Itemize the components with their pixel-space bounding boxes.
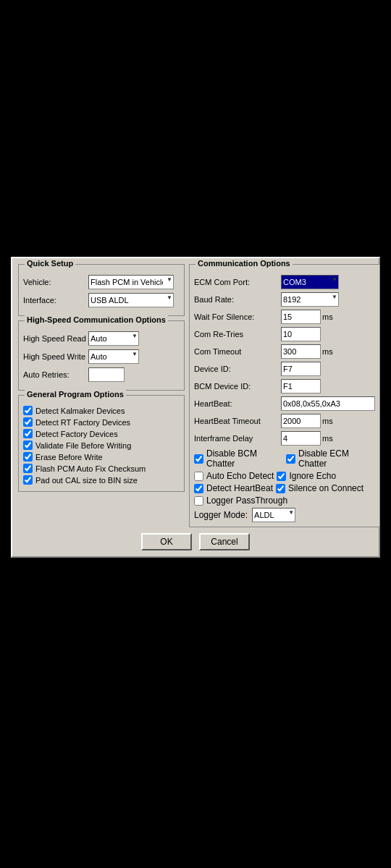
baud-rate-wrapper: 8192 xyxy=(281,292,339,307)
bcm-device-id-label: BCM Device ID: xyxy=(194,382,281,391)
detect-rt-checkbox[interactable] xyxy=(23,417,33,427)
heartbeat-timeout-unit: ms xyxy=(322,417,333,425)
high-speed-read-select[interactable]: Auto xyxy=(88,331,139,346)
right-panel: Communication Options ECM Com Port: COM3… xyxy=(189,264,380,527)
logger-passthrough-checkbox[interactable] xyxy=(194,496,203,506)
wait-for-silence-unit: ms xyxy=(322,312,333,321)
ecm-com-port-label: ECM Com Port: xyxy=(194,278,281,286)
vehicle-select[interactable]: Flash PCM in Vehicle xyxy=(88,275,174,289)
silence-on-connect-label: Silence on Connect xyxy=(288,483,363,493)
interface-label: Interface: xyxy=(23,296,88,305)
high-speed-write-wrapper: Auto xyxy=(88,349,139,364)
ok-button[interactable]: OK xyxy=(141,533,192,550)
ecm-com-port-select[interactable]: COM3 xyxy=(281,275,339,289)
bcm-device-id-input[interactable] xyxy=(281,379,321,393)
silence-on-connect-checkbox[interactable] xyxy=(276,484,285,493)
check-validate: Validate File Before Writing xyxy=(23,441,180,450)
vehicle-row: Vehicle: Flash PCM in Vehicle xyxy=(23,275,180,289)
validate-checkbox[interactable] xyxy=(23,441,33,450)
interframe-delay-input[interactable] xyxy=(281,431,321,446)
check-detect-rt: Detect RT Factory Devices xyxy=(23,417,180,427)
high-speed-write-row: High Speed Write Auto xyxy=(23,349,180,364)
com-timeout-unit: ms xyxy=(322,347,333,356)
detect-kalmaker-checkbox[interactable] xyxy=(23,406,33,415)
vehicle-select-wrapper: Flash PCM in Vehicle xyxy=(88,275,174,289)
disable-ecm-chatter-checkbox[interactable] xyxy=(286,454,295,464)
logger-mode-select[interactable]: ALDL xyxy=(252,508,295,522)
pad-out-label: Pad out CAL size to BIN size xyxy=(35,476,138,485)
heartbeat-label: HeartBeat: xyxy=(194,399,281,408)
disable-bcm-chatter-checkbox[interactable] xyxy=(194,454,203,464)
high-speed-group: High-Speed Communication Options High Sp… xyxy=(18,320,185,391)
logger-mode-row: Logger Mode: ALDL xyxy=(194,508,375,522)
detect-rt-label: Detect RT Factory Devices xyxy=(35,418,130,427)
high-speed-read-wrapper: Auto xyxy=(88,331,139,346)
quick-setup-group: Quick Setup Vehicle: Flash PCM in Vehicl… xyxy=(18,264,185,316)
flash-pcm-label: Flash PCM Auto Fix Checksum xyxy=(35,464,146,473)
high-speed-title: High-Speed Communication Options xyxy=(25,315,168,324)
device-id-label: Device ID: xyxy=(194,365,281,373)
auto-retries-row: Auto Retries: 5 xyxy=(23,367,180,382)
com-timeout-label: Com Timeout xyxy=(194,347,281,356)
ecm-com-port-row: ECM Com Port: COM3 xyxy=(194,275,375,289)
heartbeat-options-row: Detect HeartBeat Silence on Connect xyxy=(194,483,375,493)
auto-retries-label: Auto Retries: xyxy=(23,370,88,379)
disable-bcm-chatter-label: Disable BCM Chatter xyxy=(206,448,283,469)
main-dialog: Quick Setup Vehicle: Flash PCM in Vehicl… xyxy=(11,257,380,558)
high-speed-write-select[interactable]: Auto xyxy=(88,349,139,364)
detect-factory-checkbox[interactable] xyxy=(23,429,33,438)
wait-for-silence-input[interactable] xyxy=(281,310,321,324)
check-erase: Erase Before Write xyxy=(23,452,180,461)
interface-select[interactable]: USB ALDL xyxy=(88,293,174,307)
check-detect-factory: Detect Factory Devices xyxy=(23,429,180,438)
ignore-echo-checkbox[interactable] xyxy=(277,472,286,481)
heartbeat-timeout-input[interactable] xyxy=(281,414,321,428)
auto-echo-detect-checkbox[interactable] xyxy=(194,472,203,481)
com-retries-row: Com Re-Tries xyxy=(194,327,375,341)
heartbeat-row: HeartBeat: xyxy=(194,396,375,411)
detect-heartbeat-label: Detect HeartBeat xyxy=(206,483,273,493)
button-row: OK Cancel xyxy=(18,533,373,550)
echo-row: Auto Echo Detect Ignore Echo xyxy=(194,471,375,481)
cancel-button[interactable]: Cancel xyxy=(199,533,250,550)
auto-retries-input[interactable]: 5 xyxy=(88,367,125,382)
interframe-delay-label: Interframe Delay xyxy=(194,434,281,443)
check-flash-pcm: Flash PCM Auto Fix Checksum xyxy=(23,464,180,473)
detect-factory-label: Detect Factory Devices xyxy=(35,430,118,438)
device-id-row: Device ID: xyxy=(194,362,375,376)
auto-echo-detect-label: Auto Echo Detect xyxy=(206,471,274,481)
heartbeat-timeout-label: HeartBeat Timeout xyxy=(194,417,281,425)
flash-pcm-checkbox[interactable] xyxy=(23,464,33,473)
interface-select-wrapper: USB ALDL xyxy=(88,293,174,307)
vehicle-label: Vehicle: xyxy=(23,278,88,286)
device-id-input[interactable] xyxy=(281,362,321,376)
high-speed-read-row: High Speed Read Auto xyxy=(23,331,180,346)
ecm-com-port-wrapper: COM3 xyxy=(281,275,339,289)
pad-out-checkbox[interactable] xyxy=(23,475,33,485)
detect-heartbeat-checkbox[interactable] xyxy=(194,484,203,493)
baud-rate-select[interactable]: 8192 xyxy=(281,292,339,307)
heartbeat-timeout-row: HeartBeat Timeout ms xyxy=(194,414,375,428)
logger-passthrough-label: Logger PassThrough xyxy=(206,495,287,506)
baud-rate-row: Baud Rate: 8192 xyxy=(194,292,375,307)
heartbeat-input[interactable] xyxy=(281,396,375,411)
quick-setup-title: Quick Setup xyxy=(25,259,75,268)
logger-mode-label: Logger Mode: xyxy=(194,510,248,520)
ignore-echo-label: Ignore Echo xyxy=(289,471,336,481)
detect-kalmaker-label: Detect Kalmaker Devices xyxy=(35,407,125,415)
erase-checkbox[interactable] xyxy=(23,452,33,461)
disable-chatter-row: Disable BCM Chatter Disable ECM Chatter xyxy=(194,448,375,469)
wait-for-silence-row: Wait For Silence: ms xyxy=(194,310,375,324)
logger-passthrough-row: Logger PassThrough xyxy=(194,495,375,506)
com-timeout-row: Com Timeout ms xyxy=(194,344,375,359)
check-detect-kalmaker: Detect Kalmaker Devices xyxy=(23,406,180,415)
communication-options-group: Communication Options ECM Com Port: COM3… xyxy=(189,264,380,527)
interface-row: Interface: USB ALDL xyxy=(23,293,180,307)
comm-options-title: Communication Options xyxy=(196,259,293,268)
com-timeout-input[interactable] xyxy=(281,344,321,359)
wait-for-silence-label: Wait For Silence: xyxy=(194,312,281,321)
erase-label: Erase Before Write xyxy=(35,453,103,461)
general-program-group: General Program Options Detect Kalmaker … xyxy=(18,395,185,492)
com-retries-input[interactable] xyxy=(281,327,321,341)
bcm-device-id-row: BCM Device ID: xyxy=(194,379,375,393)
